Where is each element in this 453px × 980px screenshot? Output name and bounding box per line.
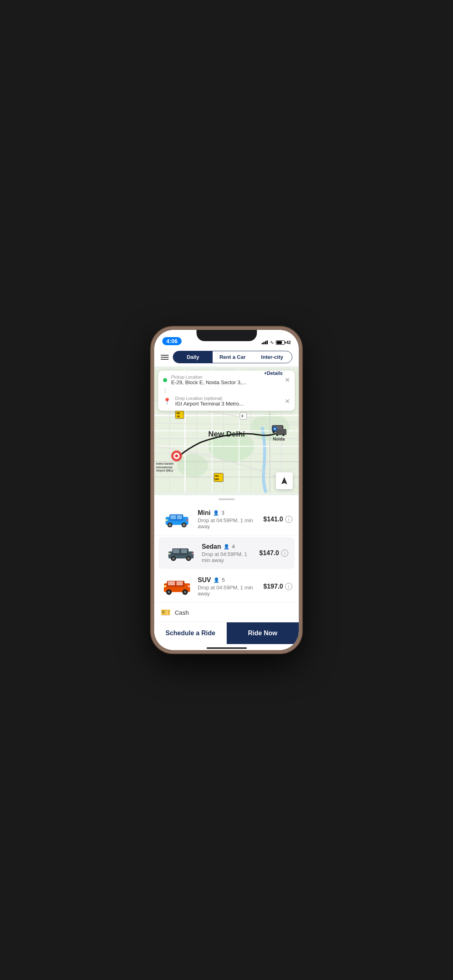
- tab-daily[interactable]: Daily: [173, 351, 213, 363]
- svg-text:Noida: Noida: [273, 436, 285, 441]
- map-container: Indira Gandhi International Airport (DEL…: [154, 366, 299, 495]
- suv-price: $197.0: [263, 583, 283, 590]
- tabs-container: Daily Rent a Car Inter-city: [173, 351, 292, 363]
- bottom-buttons: Schedule a Ride Ride Now: [154, 622, 299, 644]
- suv-ride-info: SUV 👤 5 Drop at 04:59PM, 1 min away: [198, 576, 259, 597]
- signal-icon: [262, 340, 268, 344]
- ride-option-mini[interactable]: Mini 👤 3 Drop at 04:59PM, 1 min away $14…: [154, 503, 299, 535]
- status-time: 4:06: [162, 337, 182, 345]
- menu-button[interactable]: [161, 355, 169, 360]
- svg-point-48: [274, 428, 276, 430]
- wifi-icon: ∿: [270, 340, 274, 345]
- suv-car-svg: [162, 576, 192, 597]
- pickup-clear-button[interactable]: ✕: [285, 376, 290, 384]
- drop-clear-button[interactable]: ✕: [285, 397, 290, 405]
- svg-text:NH: NH: [177, 412, 180, 414]
- phone-frame: 4:06 ∿ 42: [151, 327, 302, 653]
- tab-inter-city[interactable]: Inter-city: [252, 351, 292, 363]
- svg-rect-78: [188, 585, 190, 587]
- navigate-icon: [280, 476, 289, 485]
- svg-point-27: [276, 434, 278, 436]
- pickup-row: Pickup Location E-29, Block E, Noida Sec…: [163, 375, 290, 385]
- mini-capacity: 3: [221, 510, 224, 516]
- sedan-name: Sedan: [202, 543, 221, 550]
- cash-icon: 🎫: [161, 607, 171, 617]
- svg-point-54: [168, 523, 171, 526]
- svg-text:48: 48: [177, 415, 180, 418]
- pickup-dot: [163, 378, 167, 382]
- sedan-name-row: Sedan 👤 4: [202, 543, 254, 550]
- svg-text:3: 3: [241, 414, 243, 418]
- drop-row: 📍 Drop Location (optional) IGI Airport T…: [163, 396, 290, 407]
- suv-person-icon: 👤: [213, 577, 219, 583]
- suv-eta: Drop at 04:59PM, 1 min away: [198, 585, 259, 597]
- ride-options-sheet: Mini 👤 3 Drop at 04:59PM, 1 min away $14…: [154, 495, 299, 650]
- suv-price-group: $197.0 i: [263, 583, 292, 590]
- suv-capacity: 5: [222, 577, 225, 583]
- battery-indicator: 42: [276, 340, 291, 345]
- sedan-info-button[interactable]: i: [281, 550, 288, 557]
- sedan-ride-info: Sedan 👤 4 Drop at 04:59PM, 1 min away: [202, 543, 254, 563]
- svg-rect-68: [191, 553, 193, 554]
- svg-point-2: [177, 454, 208, 477]
- payment-method-label: Cash: [175, 609, 189, 616]
- drop-pin-icon: 📍: [163, 397, 171, 405]
- drop-label: Drop Location (optional): [175, 396, 281, 401]
- sedan-capacity: 4: [232, 544, 235, 550]
- svg-point-74: [168, 591, 170, 593]
- map-background[interactable]: Indira Gandhi International Airport (DEL…: [154, 366, 299, 495]
- phone-screen: 4:06 ∿ 42: [154, 330, 299, 650]
- navigate-button[interactable]: [276, 472, 293, 489]
- home-bar: [207, 647, 247, 649]
- mini-eta: Drop at 04:59PM, 1 min away: [198, 517, 259, 529]
- svg-text:New Delhi: New Delhi: [208, 430, 245, 438]
- drop-value[interactable]: IGI Airport Terminal 3 Metro...: [175, 401, 281, 407]
- pickup-value[interactable]: E-29, Block E, Noida Sector 3,...: [171, 379, 281, 385]
- sedan-price: $147.0: [259, 550, 279, 557]
- svg-rect-58: [186, 519, 188, 521]
- suv-info-button[interactable]: i: [285, 583, 292, 590]
- status-icons: ∿ 42: [262, 340, 291, 345]
- svg-rect-67: [168, 553, 170, 554]
- svg-rect-62: [181, 549, 187, 553]
- svg-point-64: [172, 557, 174, 560]
- notch: [197, 330, 257, 341]
- ride-option-sedan[interactable]: Sedan 👤 4 Drop at 04:59PM, 1 min away $1…: [158, 537, 295, 569]
- payment-row[interactable]: 🎫 Cash: [154, 603, 299, 622]
- svg-rect-72: [176, 581, 183, 585]
- schedule-ride-button[interactable]: Schedule a Ride: [154, 622, 227, 644]
- drop-text-group: Drop Location (optional) IGI Airport Ter…: [175, 396, 281, 407]
- suv-car-image: [161, 575, 193, 597]
- mini-person-icon: 👤: [213, 510, 219, 516]
- svg-rect-52: [177, 515, 182, 519]
- location-divider: [163, 388, 290, 393]
- sedan-eta: Drop at 04:59PM, 1 min away: [202, 551, 254, 563]
- svg-point-66: [187, 557, 190, 560]
- svg-text:148A: 148A: [214, 478, 219, 480]
- sedan-car-image: [165, 542, 197, 564]
- location-overlay: +Details Pickup Location E-29, Block E, …: [158, 371, 295, 411]
- mini-name: Mini: [198, 509, 211, 517]
- sedan-price-group: $147.0 i: [259, 550, 288, 557]
- mini-car-svg: [162, 509, 192, 529]
- suv-name-row: SUV 👤 5: [198, 576, 259, 584]
- ride-now-button[interactable]: Ride Now: [227, 622, 299, 644]
- nav-bar: Daily Rent a Car Inter-city: [154, 348, 299, 366]
- mini-name-row: Mini 👤 3: [198, 509, 259, 517]
- mini-ride-info: Mini 👤 3 Drop at 04:59PM, 1 min away: [198, 509, 259, 529]
- tab-rent-a-car[interactable]: Rent a Car: [213, 351, 252, 363]
- svg-rect-51: [170, 515, 176, 519]
- svg-rect-57: [165, 519, 168, 521]
- svg-text:NH: NH: [215, 475, 218, 477]
- drag-handle[interactable]: [219, 498, 235, 500]
- svg-point-31: [175, 454, 178, 457]
- ride-option-suv[interactable]: SUV 👤 5 Drop at 04:59PM, 1 min away $197…: [154, 570, 299, 603]
- svg-rect-77: [164, 585, 166, 587]
- svg-point-76: [184, 591, 186, 593]
- mini-info-button[interactable]: i: [285, 516, 292, 523]
- pickup-label: Pickup Location: [171, 375, 281, 379]
- svg-point-28: [282, 434, 284, 436]
- svg-text:Indira Gandhi: Indira Gandhi: [156, 462, 174, 465]
- sedan-person-icon: 👤: [223, 544, 230, 550]
- divider-line: [165, 388, 165, 393]
